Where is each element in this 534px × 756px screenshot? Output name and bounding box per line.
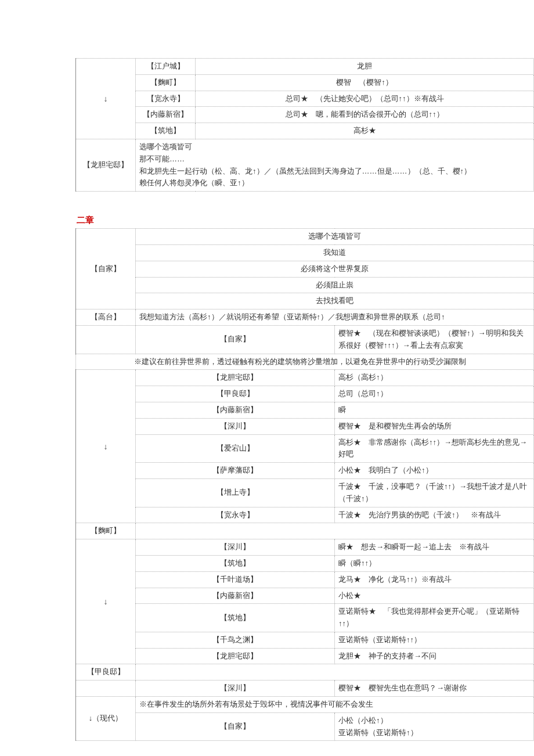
location-cell: 【深川】 (136, 681, 335, 697)
note-cell: ※建议在前往异世界前，透过碰触有粉光的建筑物将沙量增加，以避免在异世界中的行动受… (76, 354, 534, 370)
location-cell: 【内藤新宿】 (136, 588, 335, 604)
location-cell: 【爱宕山】 (136, 434, 335, 463)
content-cell: 选哪个选项皆可 (136, 229, 534, 245)
location-cell: 【麴町】 (76, 523, 136, 539)
location-cell: 【萨摩藩邸】 (136, 463, 335, 479)
guide-table-1: ↓【江户城】龙胆【麴町】樱智 （樱智↑）【宽永寺】总司★ （先让她安心吧）（总司… (75, 58, 534, 192)
content-cell: 我知道 (136, 244, 534, 261)
location-cell: 【龙胆宅邸】 (76, 139, 136, 191)
content-cell: 高杉（高杉↑） (335, 370, 534, 386)
content-cell: 总司（总司↑） (335, 386, 534, 402)
location-cell: 【宽永寺】 (136, 507, 335, 523)
location-cell: 【内藤新宿】 (136, 402, 335, 418)
content-cell: 瞬（瞬↑↑） (335, 555, 534, 571)
empty-cell (136, 664, 534, 681)
content-cell: 去找找看吧 (136, 293, 534, 309)
content-cell: 瞬★ 想去→和瞬哥一起→追上去 ※有战斗 (335, 539, 534, 556)
location-cell: 【江户城】 (136, 59, 196, 75)
arrow-modern: ↓（现代） (76, 697, 136, 741)
content-cell: 高杉★ 非常感谢你（高杉↑↑）→想听高杉先生的意见→好吧 (335, 434, 534, 463)
content-cell: 樱智★ （现在和樱智谈谈吧）（樱智↑）→明明和我关系很好（樱智↑↑↑）→看上去有… (335, 325, 534, 354)
content-cell: 小松★ (335, 588, 534, 604)
location-cell: 【深川】 (136, 418, 335, 434)
location-cell: 【深川】 (136, 539, 335, 556)
content-cell: 千波★ 先治疗男孩的伤吧（千波↑） ※有战斗 (335, 507, 534, 523)
content-cell: 龙马★ 净化（龙马↑↑）※有战斗 (335, 571, 534, 588)
location-cell: 【龙胆宅邸】 (136, 648, 335, 664)
location-cell: 【内藤新宿】 (136, 107, 196, 123)
location-cell: 【龙胆宅邸】 (136, 370, 335, 386)
arrow-down: ↓ (76, 370, 136, 523)
content-cell: 龙胆★ 神子的支持者→不问 (335, 648, 534, 664)
note-cell: ※在事件发生的场所外若有场景处于毁坏中，视情况事件可能不会发生 (136, 697, 534, 713)
arrow-down: ↓ (76, 539, 136, 664)
location-cell: 【甲良邸】 (76, 664, 136, 681)
content-cell: 高杉★ (196, 123, 534, 139)
content-cell: 瞬 (335, 402, 534, 418)
content-cell: 我想知道方法（高杉↑）／就说明还有希望（亚诺斯特↑）／我想调查和异世界的联系（总… (136, 309, 534, 326)
location-cell: 【自家】 (136, 712, 335, 741)
content-cell: 龙胆 (196, 59, 534, 75)
content-cell: 总司★ （先让她安心吧）（总司↑↑）※有战斗 (196, 91, 534, 107)
empty-cell (76, 325, 136, 354)
location-cell: 【筑地】 (136, 555, 335, 571)
guide-table-2: 【自家】选哪个选项皆可我知道必须将这个世界复原必须阻止祟去找找看吧【高台】我想知… (75, 228, 534, 741)
content-cell: 亚诺斯特（亚诺斯特↑↑） (335, 632, 534, 648)
content-cell: 千波★ 千波，没事吧？（千波↑↑）→我想千波才是八叶（千波↑） (335, 478, 534, 507)
chapter-heading: 二章 (77, 215, 534, 226)
content-cell: 樱智 （樱智↑） (196, 74, 534, 91)
content-cell: 必须将这个世界复原 (136, 261, 534, 277)
location-cell: 【筑地】 (136, 123, 196, 139)
content-cell: 亚诺斯特★ 「我也觉得那样会更开心呢」（亚诺斯特↑↑） (335, 604, 534, 632)
location-cell: 【自家】 (136, 325, 335, 354)
empty-cell (76, 681, 136, 697)
content-cell: 必须阻止祟 (136, 277, 534, 293)
content-cell: 小松★ 我明白了（小松↑） (335, 463, 534, 479)
location-cell: 【自家】 (76, 229, 136, 309)
location-cell: 【千叶道场】 (136, 571, 335, 588)
content-cell: 总司★ 嗯，能看到的话会很开心的（总司↑↑） (196, 107, 534, 123)
location-cell: 【宽永寺】 (136, 91, 196, 107)
arrow-down: ↓ (76, 59, 136, 139)
location-cell: 【高台】 (76, 309, 136, 326)
empty-cell (136, 523, 534, 539)
content-cell: 樱智★ 是和樱智先生再会的场所 (335, 418, 534, 434)
content-cell: 选哪个选项皆可 那不可能…… 和龙胆先生一起行动（松、高、龙↑）／（虽然无法回到… (136, 139, 534, 191)
location-cell: 【麴町】 (136, 74, 196, 91)
content-cell: 樱智★ 樱智先生也在意吗？→谢谢你 (335, 681, 534, 697)
content-cell: 小松（小松↑） 亚诺斯特（亚诺斯特↑） (335, 712, 534, 741)
location-cell: 【筑地】 (136, 604, 335, 632)
location-cell: 【千鸟之渊】 (136, 632, 335, 648)
location-cell: 【增上寺】 (136, 478, 335, 507)
location-cell: 【甲良邸】 (136, 386, 335, 402)
